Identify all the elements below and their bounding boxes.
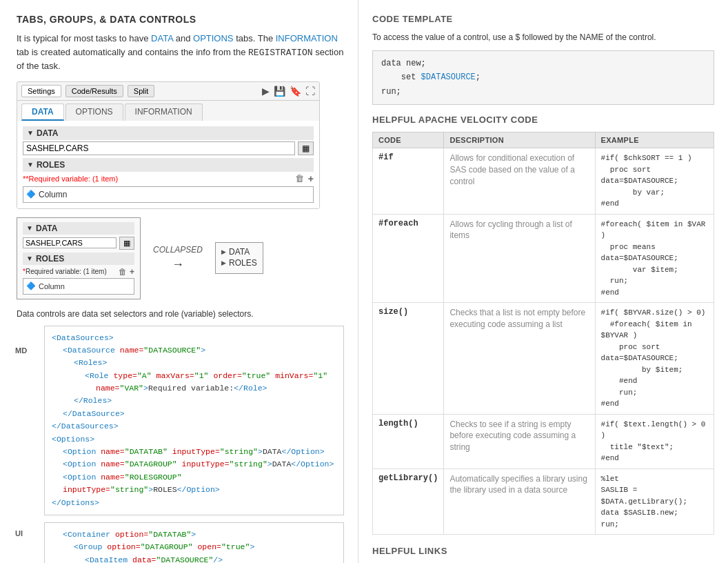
data-controls-text: Data controls are data set selectors and…: [17, 308, 344, 320]
collapsed-diagram: ▼ DATA ▦ ▼ ROLES *Required variable: (1 …: [17, 217, 344, 299]
expand-icon[interactable]: ⛶: [305, 86, 315, 97]
xml-block-2: <Container option="DATATAB"> <Group opti…: [44, 522, 344, 563]
bookmark-icon[interactable]: 🔖: [290, 86, 301, 97]
tab-content-area: ▼ DATA ▦ ▼ ROLES **Required variable: (1…: [17, 121, 319, 208]
roles-data-item: ▶ DATA: [221, 247, 257, 257]
velocity-example-1: #foreach( $item in $VAR ) proc means dat…: [595, 214, 714, 303]
velocity-desc-0: Allows for conditional execution of SAS …: [444, 148, 595, 215]
velocity-example-0: #if( $chkSORT == 1 ) proc sort data=$DAT…: [595, 148, 714, 215]
cg-data-header: ▼ DATA: [23, 222, 134, 235]
velocity-desc-1: Allows for cycling through a list of ite…: [444, 214, 595, 303]
cg-roles-label: ROLES: [36, 254, 64, 264]
code-template-title: CODE TEMPLATE: [372, 14, 714, 24]
column-icon: 🔷: [26, 190, 36, 199]
roles-data-label: DATA: [229, 247, 250, 257]
collapsed-arrow-area: COLLAPSED →: [141, 245, 215, 272]
roles-section-header[interactable]: ▼ ROLES: [23, 158, 314, 172]
options-link[interactable]: OPTIONS: [193, 33, 234, 43]
xml-block-1: <DataSources> <DataSource name="DATASOUR…: [44, 326, 344, 515]
velocity-example-2: #if( $BYVAR.size() > 0) #foreach( $item …: [595, 303, 714, 415]
xml-role-name-line: name="VAR">Required variable:</Role>: [52, 382, 336, 395]
velocity-row-4: getLibrary()Automatically specifies a li…: [373, 468, 714, 535]
xml-datasources-line: <DataSources>: [52, 332, 336, 344]
settings-tab-btn[interactable]: Settings: [21, 85, 61, 97]
left-panel: TABS, GROUPS, & DATA CONTROLS It is typi…: [0, 0, 358, 563]
xml-datasource-close-line: </DataSource>: [52, 408, 336, 420]
velocity-code-2: size(): [373, 303, 444, 415]
xml-roles-line: <Roles>: [52, 357, 336, 369]
data-tri-icon: ▶: [221, 248, 226, 255]
velocity-desc-2: Checks that a list is not empty before e…: [444, 303, 595, 415]
cg-datasource-row: ▦: [23, 237, 134, 250]
registration-code: REGISTRATION: [248, 48, 313, 58]
cg-roles-arrow: ▼: [26, 255, 33, 262]
code-line-3: run;: [381, 85, 705, 99]
cg-datasource-btn[interactable]: ▦: [119, 237, 134, 250]
data-section-header[interactable]: ▼ DATA: [23, 126, 314, 140]
cg-variable-box: 🔷 Column: [23, 278, 134, 295]
add-icon[interactable]: +: [308, 173, 314, 184]
velocity-table: CODE DESCRIPTION EXAMPLE #ifAllows for c…: [372, 132, 714, 535]
left-title: TABS, GROUPS, & DATA CONTROLS: [17, 14, 344, 25]
velocity-code-1: #foreach: [373, 214, 444, 303]
collapsed-arrow-line: →: [172, 257, 184, 272]
xml2-container-line: <Container option="DATATAB">: [52, 529, 336, 541]
variable-box: 🔷 Column: [23, 186, 314, 203]
code-results-tab-btn[interactable]: Code/Results: [65, 85, 123, 97]
xml-datasources-close-line: </DataSources>: [52, 420, 336, 433]
delete-icon[interactable]: 🗑: [295, 173, 304, 184]
save-icon[interactable]: 💾: [274, 86, 285, 97]
col-desc-header: DESCRIPTION: [444, 132, 595, 148]
cg-col-label: Column: [39, 282, 65, 290]
data-arrow-icon: ▼: [27, 129, 34, 137]
data-link[interactable]: DATA: [151, 33, 173, 43]
cg-required-row: *Required variable: (1 item) 🗑 +: [23, 267, 134, 277]
velocity-example-3: #if( $text.length() > 0 ) title "$text";…: [595, 414, 714, 468]
xml-option1-line: <Option name="DATATAB" inputType="string…: [52, 446, 336, 458]
options-tab[interactable]: OPTIONS: [65, 103, 123, 121]
right-panel: CODE TEMPLATE To access the value of a c…: [358, 0, 728, 563]
variable-icon-btns: 🗑 +: [295, 173, 314, 184]
code-template-block: data new; set $DATASOURCE; run;: [372, 50, 714, 105]
velocity-example-4: %let SASLIB = $DATA.getLibrary(); data $…: [595, 468, 714, 535]
md-label: MD: [15, 346, 27, 355]
cg-delete-icon[interactable]: 🗑: [119, 267, 127, 277]
cg-col-icon: 🔷: [26, 282, 36, 290]
roles-arrow-icon: ▼: [27, 161, 34, 168]
tab-bar-icons: ▶ 💾 🔖 ⛶: [262, 86, 315, 97]
data-tab[interactable]: DATA: [21, 103, 64, 121]
roles-collapsed-box: ▶ DATA ▶ ROLES: [215, 242, 263, 274]
col-code-header: CODE: [373, 132, 444, 148]
velocity-code-3: length(): [373, 414, 444, 468]
velocity-desc-3: Checks to see if a string is empty befor…: [444, 414, 595, 468]
velocity-row-0: #ifAllows for conditional execution of S…: [373, 148, 714, 215]
velocity-row-3: length()Checks to see if a string is emp…: [373, 414, 714, 468]
run-icon[interactable]: ▶: [262, 86, 270, 97]
split-tab-btn[interactable]: Split: [128, 85, 154, 97]
roles-section-label: ROLES: [37, 160, 65, 170]
xml-options-close-line: </Options>: [52, 497, 336, 509]
links-title: HELPFUL LINKS: [372, 546, 714, 556]
code-line-2: set $DATASOURCE;: [381, 70, 705, 84]
xml2-group1-line: <Group option="DATAGROUP" open="true">: [52, 541, 336, 553]
datasource-input[interactable]: [23, 141, 295, 155]
ui-label: UI: [15, 529, 23, 537]
information-tab[interactable]: INFORMATION: [125, 103, 203, 121]
intro-paragraph: It is typical for most tasks to have DAT…: [17, 32, 344, 73]
code-line-1: data new;: [381, 57, 705, 70]
velocity-row-2: size()Checks that a list is not empty be…: [373, 303, 714, 415]
required-label: **Required variable: (1 item): [23, 175, 118, 183]
xml-options-line: <Options>: [52, 433, 336, 446]
cg-add-icon[interactable]: +: [130, 267, 134, 277]
xml-block-1-wrapper: MD <DataSources> <DataSource name="DATAS…: [17, 326, 344, 515]
xml-roles-close-line: </Roles>: [52, 395, 336, 407]
required-variable-row: **Required variable: (1 item) 🗑 +: [23, 173, 314, 184]
datasource-input-row: ▦: [23, 141, 314, 155]
datasource-btn[interactable]: ▦: [298, 141, 314, 155]
tab-bar-tabs: DATA OPTIONS INFORMATION: [17, 101, 319, 121]
cg-datasource-input[interactable]: [23, 237, 117, 248]
velocity-code-0: #if: [373, 148, 444, 215]
xml-block-2-wrapper: UI <Container option="DATATAB"> <Group o…: [17, 522, 344, 563]
information-link[interactable]: INFORMATION: [276, 33, 338, 43]
tab-bar-container: Settings Code/Results Split ▶ 💾 🔖 ⛶ DATA…: [17, 81, 320, 209]
